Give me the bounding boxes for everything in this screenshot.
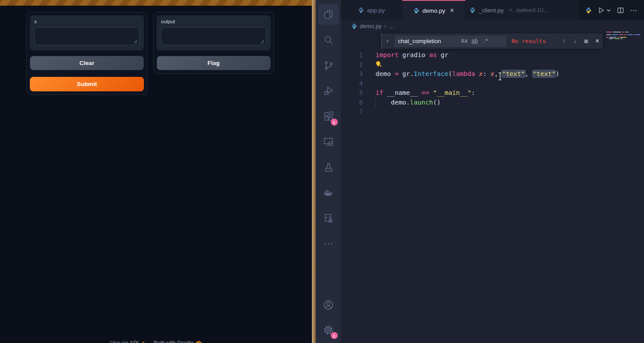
line-number: 3: [341, 69, 363, 79]
settings-badge: 1: [331, 332, 338, 339]
output-panel: output Flag: [153, 12, 274, 74]
find-in-selection-icon[interactable]: ≡: [584, 36, 588, 46]
explorer-icon[interactable]: [318, 4, 339, 25]
find-expand-chevron-icon[interactable]: ›: [384, 36, 391, 46]
testing-icon[interactable]: [318, 157, 339, 177]
tab-label: demo.py: [422, 7, 445, 14]
tab-label: _client.py: [479, 7, 504, 14]
tab-client-py[interactable]: _client.py ~/.../python3.11/...: [465, 0, 552, 20]
find-close-icon[interactable]: ×: [595, 36, 599, 46]
breadcrumb-more[interactable]: …: [389, 23, 395, 29]
settings-gear-icon[interactable]: 1: [318, 320, 339, 340]
line-number: 5: [341, 88, 363, 98]
whole-word-icon[interactable]: ab: [471, 36, 477, 46]
input-label: x: [34, 19, 140, 24]
code-line[interactable]: 7: [341, 107, 644, 117]
line-number: 7: [341, 107, 363, 117]
input-panel: x Clear Submit: [26, 12, 147, 95]
quick-fix-lightbulb-icon[interactable]: [376, 61, 382, 68]
tab-bar: app.py demo.py × _client.py: [341, 0, 644, 20]
gradio-footer: Use via API · Built with Gradio: [0, 340, 312, 343]
find-previous-icon[interactable]: ↑: [562, 36, 566, 46]
editor-zone: app.py demo.py × _client.py: [341, 0, 644, 343]
line-number: 1: [341, 51, 363, 60]
tab-file-path: ~/.../python3.11/...: [508, 7, 548, 13]
run-python-file-icon[interactable]: [597, 7, 605, 14]
minimap[interactable]: [606, 32, 639, 76]
input-textarea[interactable]: [34, 27, 140, 45]
find-results-status: No results: [512, 36, 546, 46]
split-editor-icon[interactable]: [617, 7, 624, 14]
line-number: 2: [341, 60, 363, 70]
built-with-gradio-label: Built with Gradio: [154, 340, 193, 343]
clear-button[interactable]: Clear: [30, 56, 144, 70]
gradio-interface: x Clear Submit output: [0, 6, 312, 95]
tab-close-icon[interactable]: ×: [450, 7, 454, 14]
line-number: 4: [341, 79, 363, 89]
python-file-icon: [358, 7, 364, 13]
accounts-icon[interactable]: [318, 295, 339, 315]
activity-bar: 1: [316, 0, 341, 343]
gradio-app-pane: x Clear Submit output: [0, 0, 312, 343]
code-editor[interactable]: › Aa ab .* No results ↑ ↓ ≡ ×: [341, 32, 644, 343]
find-input-box: Aa ab .*: [394, 36, 506, 47]
code-lines: 1import gradio as gr23demo = gr.Interfac…: [341, 51, 644, 117]
code-line[interactable]: 6 demo.launch(): [341, 98, 644, 108]
tab-demo-py[interactable]: demo.py ×: [402, 0, 465, 20]
docker-icon[interactable]: [318, 183, 339, 203]
search-icon[interactable]: [318, 30, 339, 50]
output-textarea[interactable]: [161, 27, 266, 45]
built-with-gradio-link[interactable]: Built with Gradio: [154, 340, 202, 343]
code-line[interactable]: 2: [341, 60, 644, 70]
find-next-icon[interactable]: ↓: [573, 36, 577, 46]
source-control-icon[interactable]: [318, 55, 339, 76]
python-file-icon: [413, 7, 419, 14]
more-views-icon[interactable]: [318, 234, 339, 254]
python-interpreter-icon[interactable]: [585, 7, 592, 14]
extensions-icon[interactable]: 1: [318, 106, 339, 126]
footer-separator: ·: [149, 340, 150, 343]
window-resize-sash[interactable]: [312, 0, 316, 343]
match-case-icon[interactable]: Aa: [461, 36, 467, 46]
regex-icon[interactable]: .*: [482, 36, 488, 46]
breadcrumb-file[interactable]: demo.py: [360, 23, 382, 29]
more-actions-icon[interactable]: ⋯: [630, 6, 637, 14]
run-dropdown-chevron-icon[interactable]: [606, 8, 611, 13]
vscode-pane: 1: [316, 0, 644, 343]
code-line[interactable]: 1import gradio as gr: [341, 51, 644, 60]
find-input[interactable]: [398, 38, 457, 44]
breadcrumb-separator: ›: [384, 22, 386, 29]
use-via-api-label: Use via API: [110, 340, 139, 343]
output-label: output: [161, 19, 266, 24]
dev-container-icon[interactable]: [318, 208, 339, 228]
find-widget: › Aa ab .* No results ↑ ↓ ≡ ×: [381, 33, 603, 49]
tab-label: app.py: [367, 7, 385, 14]
run-debug-icon[interactable]: [318, 81, 339, 101]
submit-button[interactable]: Submit: [30, 77, 144, 91]
progress-stripe-bar: [0, 0, 312, 6]
breadcrumb: demo.py › …: [341, 20, 644, 32]
api-bolt-icon: [141, 340, 146, 343]
screen: x Clear Submit output: [0, 0, 644, 343]
remote-explorer-icon[interactable]: [318, 132, 339, 152]
extensions-badge: 1: [331, 119, 338, 126]
output-block: output: [157, 15, 271, 51]
tab-app-py[interactable]: app.py: [341, 0, 402, 20]
editor-actions: ⋯: [579, 0, 644, 20]
code-line[interactable]: 3demo = gr.Interface(lambda x: x, "text"…: [341, 69, 644, 79]
use-via-api-link[interactable]: Use via API: [110, 340, 146, 343]
python-file-icon: [469, 7, 476, 13]
code-line[interactable]: 4: [341, 79, 644, 89]
line-number: 6: [341, 98, 363, 108]
flag-button[interactable]: Flag: [157, 56, 271, 70]
gradio-logo-icon: [196, 341, 202, 343]
code-line[interactable]: 5if __name__ == "__main__":: [341, 88, 644, 98]
input-block: x: [30, 15, 144, 51]
python-file-icon: [351, 23, 357, 29]
